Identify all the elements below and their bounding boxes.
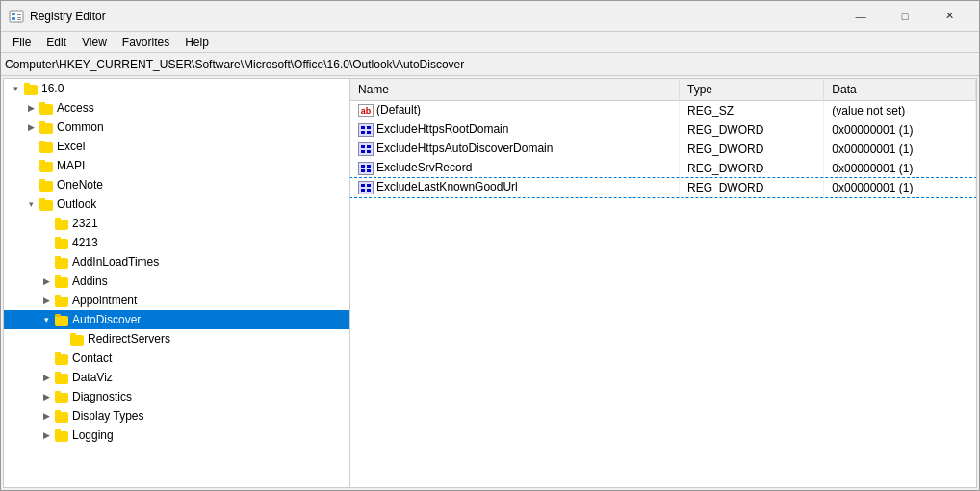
cell-type: REG_DWORD [680,159,824,178]
svg-rect-21 [361,189,365,192]
tree-expander-addins[interactable]: ▶ [39,273,54,289]
registry-values-table: Name Type Data ab(Default)REG_SZ(value n… [350,79,976,197]
tree-label: 2321 [72,217,98,230]
menu-view[interactable]: View [74,34,115,51]
svg-rect-19 [361,184,365,187]
svg-rect-10 [367,131,371,134]
tree-label: Logging [72,428,114,442]
cell-name: ExcludeHttpsAutoDiscoverDomain [350,140,680,159]
minimize-button[interactable]: — [838,1,883,32]
menu-bar: FileEditViewFavoritesHelp [1,32,979,53]
tree-item-autodiscover[interactable]: ▾AutoDiscover [4,310,349,329]
tree-expander-outlook[interactable]: ▾ [23,196,39,212]
tree-expander-onenote [23,177,39,193]
folder-icon [39,100,54,116]
cell-name: ExcludeLastKnownGoodUrl [350,178,680,197]
col-data: Data [824,79,976,101]
tree-expander-access[interactable]: ▶ [23,100,39,116]
tree-expander-common[interactable]: ▶ [23,119,39,135]
tree-expander-logging[interactable]: ▶ [39,427,54,443]
tree-label: Display Types [72,409,143,423]
tree-item-2321[interactable]: 2321 [4,214,349,233]
tree-item-addins[interactable]: ▶Addins [4,271,349,291]
svg-rect-3 [17,14,21,15]
table-row[interactable]: ExcludeLastKnownGoodUrlREG_DWORD0x000000… [350,178,976,197]
col-type: Type [680,79,824,101]
table-row[interactable]: ExcludeHttpsAutoDiscoverDomainREG_DWORD0… [350,140,976,159]
table-row[interactable]: ab(Default)REG_SZ(value not set) [350,101,976,120]
tree-item-diagnostics[interactable]: ▶Diagnostics [4,387,349,406]
folder-icon [54,235,69,250]
menu-file[interactable]: File [5,34,39,51]
tree-expander-16.0[interactable]: ▾ [8,81,23,96]
svg-rect-5 [17,17,21,18]
dword-icon [358,181,374,194]
folder-icon [39,158,54,173]
folder-icon [39,177,54,193]
tree-item-onenote[interactable]: OneNote [4,175,349,194]
cell-type: REG_DWORD [680,178,824,197]
maximize-button[interactable]: □ [883,1,927,32]
tree-item-outlook[interactable]: ▾Outlook [4,194,349,214]
window-controls: — □ ✕ [838,1,971,32]
col-name: Name [350,79,680,101]
close-button[interactable]: ✕ [927,1,971,32]
svg-rect-18 [367,169,371,172]
tree-expander-diagnostics[interactable]: ▶ [39,389,54,404]
tree-item-redirectservers[interactable]: RedirectServers [4,329,349,349]
svg-rect-20 [367,184,371,187]
tree-label: Diagnostics [72,390,132,403]
tree-item-mapi[interactable]: MAPI [4,156,349,175]
title-bar: Registry Editor — □ ✕ [1,1,979,32]
svg-rect-11 [361,145,365,148]
detail-panel[interactable]: Name Type Data ab(Default)REG_SZ(value n… [350,79,976,487]
folder-icon [54,293,69,308]
tree-label: MAPI [57,159,85,172]
tree-label: OneNote [57,178,103,192]
folder-icon [39,139,54,154]
folder-icon [23,81,39,96]
svg-rect-0 [10,11,23,22]
svg-rect-17 [361,169,365,172]
tree-item-4213[interactable]: 4213 [4,233,349,252]
tree-item-16.0[interactable]: ▾16.0 [4,79,349,98]
tree-item-excel[interactable]: Excel [4,137,349,156]
tree-item-common[interactable]: ▶Common [4,117,349,137]
tree-expander-autodiscover[interactable]: ▾ [39,312,54,327]
tree-item-addinloadtimes[interactable]: AddInLoadTimes [4,252,349,271]
folder-icon [54,312,69,327]
tree-label: Contact [72,351,112,365]
cell-data: 0x00000001 (1) [824,120,976,140]
tree-item-appointment[interactable]: ▶Appointment [4,291,349,310]
tree-item-dataviz[interactable]: ▶DataViz [4,368,349,387]
folder-icon [54,427,69,443]
table-row[interactable]: ExcludeHttpsRootDomainREG_DWORD0x0000000… [350,120,976,140]
tree-item-displaytypes[interactable]: ▶Display Types [4,406,349,426]
dword-icon [358,162,374,175]
tree-panel[interactable]: ▾16.0▶Access▶CommonExcelMAPIOneNote▾Outl… [4,79,350,487]
tree-item-contact[interactable]: Contact [4,349,349,368]
app-icon [9,9,24,24]
cell-data: 0x00000001 (1) [824,178,976,197]
tree-expander-mapi [23,158,39,173]
tree-expander-contact [39,350,54,366]
svg-rect-12 [367,145,371,148]
tree-label: Appointment [72,294,137,307]
tree-item-access[interactable]: ▶Access [4,98,349,117]
tree-label: AutoDiscover [72,313,141,326]
menu-help[interactable]: Help [177,34,217,51]
cell-data: 0x00000001 (1) [824,159,976,178]
tree-expander-displaytypes[interactable]: ▶ [39,408,54,424]
tree-item-logging[interactable]: ▶Logging [4,426,349,445]
menu-edit[interactable]: Edit [39,34,74,51]
tree-label: Outlook [57,197,96,211]
cell-data: 0x00000001 (1) [824,140,976,159]
cell-type: REG_SZ [680,101,824,120]
tree-expander-appointment[interactable]: ▶ [39,293,54,308]
menu-favorites[interactable]: Favorites [115,34,177,51]
cell-name: ExcludeSrvRecord [350,159,680,178]
folder-icon [54,408,69,424]
tree-label: RedirectServers [88,332,170,346]
tree-expander-dataviz[interactable]: ▶ [39,370,54,385]
table-row[interactable]: ExcludeSrvRecordREG_DWORD0x00000001 (1) [350,159,976,178]
